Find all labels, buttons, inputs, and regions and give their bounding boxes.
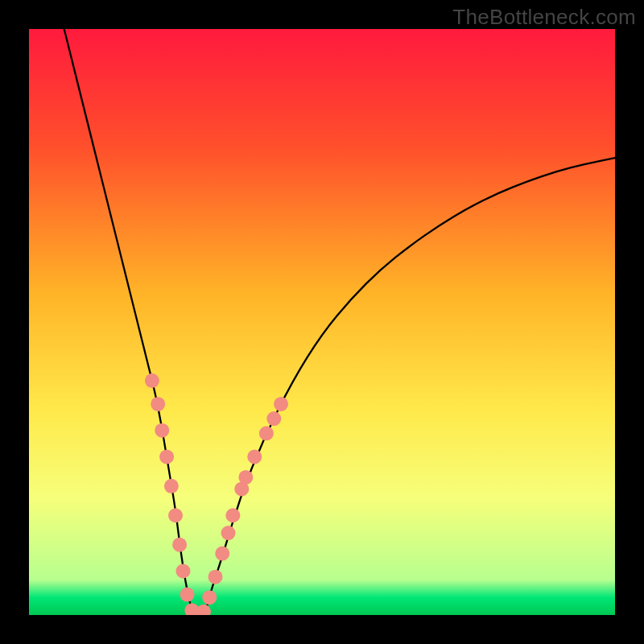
sample-point [208, 570, 223, 584]
sample-point [164, 479, 179, 493]
chart-frame: TheBottleneck.com [0, 0, 644, 644]
sample-point [145, 374, 159, 388]
sample-point [221, 526, 236, 540]
sample-point [225, 508, 240, 522]
gradient-background [29, 29, 615, 615]
sample-point [202, 590, 217, 605]
sample-point [247, 449, 262, 464]
plot-area [29, 29, 615, 615]
sample-point [259, 426, 274, 440]
sample-point [180, 588, 195, 602]
sample-point [155, 423, 169, 438]
sample-point [274, 397, 288, 411]
sample-point [175, 564, 190, 578]
sample-point [172, 538, 187, 552]
sample-point [266, 411, 281, 426]
sample-point [159, 449, 174, 464]
sample-point [215, 547, 229, 561]
sample-point [238, 470, 253, 485]
sample-point [168, 508, 183, 522]
sample-point [151, 397, 165, 411]
chart-svg [29, 29, 615, 615]
watermark-text: TheBottleneck.com [452, 5, 636, 30]
